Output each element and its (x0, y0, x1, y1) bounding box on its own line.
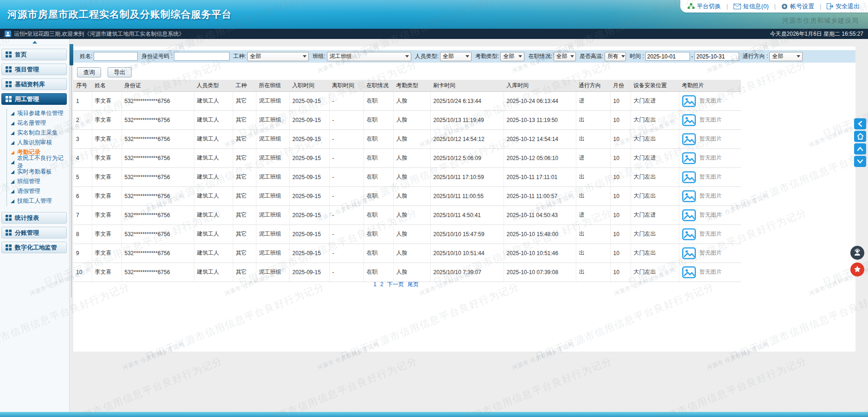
table-cell: 在职 (364, 225, 393, 244)
sidebar-group[interactable]: 基础资料库 (1, 78, 67, 90)
mail-icon (734, 4, 741, 9)
filter-bar: 姓名:身份证号码 :工种:全部班组:泥工班组人员类型:全部考勤类型:全部在职情况… (73, 50, 855, 63)
table-cell: 建筑工人 (194, 244, 233, 263)
sidebar-item[interactable]: 人脸识别审核 (6, 138, 69, 148)
table-cell: 泥工班组 (256, 110, 289, 129)
filter-select[interactable]: 全部 (769, 52, 803, 61)
column-header: 人员类型 (194, 80, 233, 91)
table-row: 3李文喜532***********6756建筑工人其它泥工班组2025-09-… (73, 129, 741, 148)
filter-input[interactable] (94, 52, 138, 61)
sidebar-item[interactable]: 项目参建单位管理 (6, 109, 69, 118)
sidebar-item[interactable]: 花名册管理 (6, 118, 69, 128)
sidebar-group[interactable]: 数字化工地监管 (1, 242, 67, 253)
table-cell: 10 (73, 263, 92, 282)
photo-icon[interactable] (682, 171, 696, 183)
top-link-gear[interactable]: 帐号设置 (781, 2, 814, 11)
sidebar-group[interactable]: 首页 (1, 49, 67, 60)
float-chevron-down-button[interactable] (854, 156, 866, 167)
photo-icon[interactable] (682, 114, 696, 126)
top-link-mail[interactable]: 短信息(0) (734, 2, 769, 11)
float-home-button[interactable] (854, 131, 866, 142)
sidebar-group[interactable]: 项目管理 (1, 64, 67, 75)
filter-select[interactable]: 全部 (440, 52, 472, 61)
filter-select[interactable]: 全部 (247, 52, 309, 61)
filter-select-value: 全部 (772, 52, 783, 60)
filter-label: 班组: (313, 52, 325, 60)
table-cell: 建筑工人 (194, 148, 233, 167)
table-cell: 2025-09-15 (289, 263, 329, 282)
table-cell: 出 (576, 244, 610, 263)
table-cell: 大门左出 (631, 110, 679, 129)
float-chevron-left-button[interactable] (854, 118, 866, 129)
export-button[interactable]: 导出 (108, 67, 132, 77)
date-from-input[interactable] (645, 52, 690, 61)
filter-select[interactable]: 全部 (500, 52, 524, 61)
query-button[interactable]: 查询 (77, 67, 101, 77)
attendance-photo: 暂无图片 (682, 152, 739, 164)
date-to-input[interactable] (695, 52, 739, 61)
red-seal-icon[interactable] (850, 263, 864, 276)
column-header: 所在班组 (256, 80, 289, 91)
filter-select-value: 全部 (556, 52, 568, 60)
chevron-down-icon (405, 55, 409, 58)
triangle-icon (11, 151, 14, 154)
filter-select-value: 泥工班组 (330, 52, 352, 60)
table-cell: 在职 (364, 129, 393, 148)
table-cell: 泥工班组 (256, 263, 289, 282)
sidebar-item[interactable]: 技能工人管理 (6, 196, 69, 206)
chevron-down-icon (303, 55, 306, 58)
top-link-exit[interactable]: 安全退出 (827, 2, 860, 11)
watermark-text: 只用于河源市信用信息平台良好行为记分 (821, 354, 868, 417)
table-cell: 出 (576, 186, 610, 205)
sidebar-item[interactable]: 农民工不良行为记录 (6, 157, 69, 167)
pagination-link[interactable]: 2 (380, 281, 383, 288)
sidebar-item[interactable]: 班组管理 (6, 177, 69, 186)
table-cell: 10 (610, 263, 631, 282)
table-cell: 人脸 (393, 225, 430, 244)
table-row: 7李文喜532***********6756建筑工人其它泥工班组2025-09-… (73, 205, 741, 225)
sidebar-group-label: 项目管理 (15, 65, 39, 74)
sidebar-item[interactable]: 实名制自主采集 (6, 128, 69, 138)
top-link-sitemap[interactable]: 平台切换 (688, 2, 721, 11)
sidebar-item-label: 技能工人管理 (17, 197, 52, 205)
filter-input[interactable] (174, 52, 230, 61)
table-cell: 大门左出 (631, 225, 679, 244)
pagination-link[interactable]: 1 (373, 281, 377, 288)
table-cell: 2025/10/11 4:50:41 (430, 205, 504, 225)
photo-icon[interactable] (682, 209, 696, 221)
photo-icon[interactable] (682, 133, 696, 145)
sidebar-splitter-handle[interactable] (70, 44, 73, 65)
table-cell: 10 (610, 167, 631, 186)
photo-cell-td: 暂无图片 (679, 225, 741, 244)
filter-select[interactable]: 泥工班组 (327, 52, 411, 61)
sidebar-collapse-button[interactable] (0, 39, 69, 45)
table-cell: 其它 (233, 225, 256, 244)
float-chevron-up-button[interactable] (854, 143, 866, 154)
photo-cell-td: 暂无图片 (679, 167, 741, 186)
sidebar-group[interactable]: 统计报表 (1, 212, 67, 224)
sidebar-item-label: 实时考勤看板 (17, 168, 52, 176)
table-cell: 10 (610, 91, 631, 110)
table-cell: 2025-09-15 (289, 225, 329, 244)
customer-service-icon[interactable] (850, 246, 864, 260)
bottom-bar (0, 412, 868, 417)
photo-icon[interactable] (682, 247, 696, 259)
sidebar-group-label: 统计报表 (15, 214, 39, 222)
sidebar-group[interactable]: 用工管理 (1, 93, 67, 105)
filter-select[interactable]: 全部 (554, 52, 576, 61)
table-cell: 2025/10/12 14:54:12 (430, 129, 504, 148)
photo-icon[interactable] (682, 95, 696, 107)
sidebar-group[interactable]: 分账管理 (1, 227, 67, 238)
photo-icon[interactable] (682, 152, 696, 164)
table-cell: 4 (73, 148, 92, 167)
table-cell: 人脸 (393, 110, 430, 129)
pagination-link[interactable]: 下一页 (387, 281, 404, 288)
top-link-label: 安全退出 (836, 2, 860, 11)
photo-icon[interactable] (682, 228, 696, 240)
photo-icon[interactable] (682, 266, 696, 278)
photo-icon[interactable] (682, 190, 696, 202)
filter-select[interactable]: 所有 (605, 52, 626, 61)
table-cell: 在职 (364, 148, 393, 167)
pagination-link[interactable]: 尾页 (408, 281, 419, 288)
sidebar-item[interactable]: 请假管理 (6, 186, 69, 196)
